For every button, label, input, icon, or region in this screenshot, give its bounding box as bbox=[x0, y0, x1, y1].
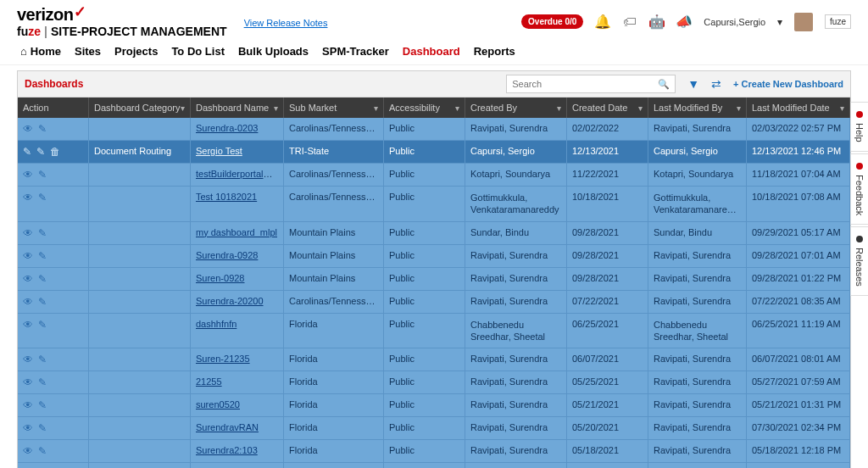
view-icon[interactable]: 👁 bbox=[23, 376, 33, 388]
edit-icon[interactable]: ✎ bbox=[38, 399, 47, 411]
view-icon[interactable]: 👁 bbox=[23, 169, 33, 181]
col-action[interactable]: Action bbox=[18, 98, 89, 118]
edit-icon[interactable]: ✎ bbox=[38, 192, 47, 203]
filter-icon[interactable]: ▾ bbox=[374, 103, 378, 113]
col-sub[interactable]: Sub Market▾ bbox=[284, 98, 384, 118]
table-row[interactable]: 👁✎testBuilderportalDashbo...Carolinas/Te… bbox=[18, 164, 850, 187]
col-acc[interactable]: Accessibility▾ bbox=[384, 98, 465, 118]
table-row[interactable]: 👁✎Surendra-20688Carolinas/Tennessee,C...… bbox=[18, 463, 850, 468]
table-row[interactable]: 👁✎Test 10182021Carolinas/Tennessee,C...P… bbox=[18, 187, 850, 222]
edit-icon[interactable]: ✎ bbox=[38, 354, 47, 365]
nav-bulk[interactable]: Bulk Uploads bbox=[238, 45, 309, 58]
view-icon[interactable]: 👁 bbox=[23, 354, 33, 365]
nav-home[interactable]: ⌂Home bbox=[20, 45, 61, 58]
table-row[interactable]: 👁✎21255FloridaPublicRavipati, Surendra05… bbox=[18, 371, 850, 394]
chevron-down-icon[interactable]: ▾ bbox=[777, 16, 782, 28]
delete-icon[interactable]: 🗑 bbox=[50, 146, 60, 158]
dashboard-link[interactable]: my dashboard_mlpl bbox=[196, 227, 277, 237]
table-row[interactable]: 👁✎Suren-21235FloridaPublicRavipati, Sure… bbox=[18, 348, 850, 371]
overdue-badge[interactable]: Overdue 0/0 bbox=[521, 14, 583, 29]
dashboard-link[interactable]: Surendra-0928 bbox=[196, 250, 258, 260]
avatar[interactable] bbox=[794, 13, 813, 31]
edit-icon[interactable]: ✎ bbox=[38, 227, 47, 239]
bell-icon[interactable]: 🔔 bbox=[595, 14, 610, 30]
nav-projects[interactable]: Projects bbox=[114, 45, 158, 58]
view-icon[interactable]: 👁 bbox=[23, 399, 33, 411]
table-row[interactable]: ✎✎🗑Document RoutingSergio TestTRI-StateP… bbox=[18, 141, 850, 164]
view-icon[interactable]: 👁 bbox=[23, 227, 33, 239]
table-row[interactable]: 👁✎my dashboard_mlplMountain PlainsPublic… bbox=[18, 222, 850, 245]
dashboard-link[interactable]: dashhfnfn bbox=[196, 319, 236, 329]
dashboard-link[interactable]: testBuilderportalDashbo... bbox=[196, 169, 284, 179]
nav-tracker[interactable]: SPM-Tracker bbox=[322, 45, 389, 58]
nav-todo[interactable]: To Do List bbox=[171, 45, 225, 58]
dashboard-link[interactable]: Surendra-20200 bbox=[196, 296, 264, 306]
edit-icon[interactable]: ✎ bbox=[38, 250, 47, 262]
col-cby[interactable]: Created By▾ bbox=[465, 98, 567, 118]
view-icon[interactable]: 👁 bbox=[23, 273, 33, 285]
view-icon[interactable]: 👁 bbox=[23, 192, 33, 203]
side-tab-feedback[interactable]: Feedback bbox=[850, 153, 868, 225]
col-mby[interactable]: Last Modified By▾ bbox=[648, 98, 747, 118]
dashboard-link[interactable]: Surendra-0203 bbox=[196, 123, 258, 133]
nav-sites[interactable]: Sites bbox=[75, 45, 101, 58]
filter-icon[interactable]: ▾ bbox=[557, 103, 561, 113]
table-row[interactable]: 👁✎dashhfnfnFloridaPublicChabbenedu Sreed… bbox=[18, 314, 850, 349]
nav-reports[interactable]: Reports bbox=[474, 45, 515, 58]
view-icon[interactable]: ✎ bbox=[23, 146, 31, 158]
search-icon[interactable]: 🔍 bbox=[658, 79, 670, 90]
side-tab-help[interactable]: Help bbox=[850, 102, 868, 152]
side-tab-releases[interactable]: Releases bbox=[850, 226, 868, 296]
dashboard-link[interactable]: suren0520 bbox=[196, 399, 240, 410]
table-row[interactable]: 👁✎Suren-0928Mountain PlainsPublicRavipat… bbox=[18, 268, 850, 291]
dashboard-link[interactable]: SurendravRAN bbox=[196, 422, 259, 432]
dashboard-link[interactable]: Surendra2:103 bbox=[196, 445, 258, 455]
edit-icon[interactable]: ✎ bbox=[38, 169, 47, 181]
create-dashboard-button[interactable]: + Create New Dashboard bbox=[733, 79, 843, 89]
table-row[interactable]: 👁✎suren0520FloridaPublicRavipati, Surend… bbox=[18, 394, 850, 417]
table-row[interactable]: 👁✎Surendra-0203Carolinas/Tennessee,C...P… bbox=[18, 118, 850, 141]
filter-icon[interactable]: ▾ bbox=[181, 103, 185, 113]
edit-icon[interactable]: ✎ bbox=[38, 445, 47, 457]
col-category[interactable]: Dashboard Category▾ bbox=[89, 98, 191, 118]
filter-icon[interactable]: ▼ bbox=[687, 77, 699, 91]
columns-icon[interactable]: ⇄ bbox=[711, 77, 721, 91]
edit-icon[interactable]: ✎ bbox=[38, 319, 47, 331]
filter-icon[interactable]: ▾ bbox=[737, 103, 741, 113]
edit-icon[interactable]: ✎ bbox=[38, 123, 47, 135]
table-row[interactable]: 👁✎Surendra2:103FloridaPublicRavipati, Su… bbox=[18, 440, 850, 463]
view-icon[interactable]: 👁 bbox=[23, 319, 33, 331]
robot-icon[interactable]: 🤖 bbox=[649, 14, 665, 30]
table-row[interactable]: 👁✎SurendravRANFloridaPublicRavipati, Sur… bbox=[18, 417, 850, 440]
tag-icon[interactable]: 🏷 bbox=[622, 14, 637, 30]
dashboard-link[interactable]: Suren-21235 bbox=[196, 354, 250, 364]
release-notes-link[interactable]: View Release Notes bbox=[244, 18, 328, 28]
dashboard-link[interactable]: Sergio Test bbox=[196, 146, 242, 156]
dashboard-link[interactable]: Test 10182021 bbox=[196, 192, 257, 202]
col-name[interactable]: Dashboard Name▾ bbox=[191, 98, 284, 118]
search-input[interactable] bbox=[512, 79, 658, 89]
edit-icon[interactable]: ✎ bbox=[36, 146, 45, 158]
edit-icon[interactable]: ✎ bbox=[38, 376, 47, 388]
megaphone-icon[interactable]: 📣 bbox=[676, 14, 692, 30]
edit-icon[interactable]: ✎ bbox=[38, 273, 47, 285]
edit-icon[interactable]: ✎ bbox=[38, 296, 47, 308]
view-icon[interactable]: 👁 bbox=[23, 250, 33, 262]
dashboard-link[interactable]: 21255 bbox=[196, 376, 222, 387]
table-row[interactable]: 👁✎Surendra-20200Carolinas/Tennessee,C...… bbox=[18, 291, 850, 314]
col-mdate[interactable]: Last Modified Date▾ bbox=[747, 98, 850, 118]
view-icon[interactable]: 👁 bbox=[23, 123, 33, 135]
filter-icon[interactable]: ▾ bbox=[455, 103, 459, 113]
col-cdate[interactable]: Created Date▾ bbox=[567, 98, 648, 118]
dashboard-link[interactable]: Suren-0928 bbox=[196, 273, 245, 283]
view-icon[interactable]: 👁 bbox=[23, 296, 33, 308]
user-name[interactable]: Capursi,Sergio bbox=[704, 17, 765, 27]
filter-icon[interactable]: ▾ bbox=[274, 103, 278, 113]
nav-dashboard[interactable]: Dashboard bbox=[403, 45, 460, 58]
table-row[interactable]: 👁✎Surendra-0928Mountain PlainsPublicRavi… bbox=[18, 245, 850, 268]
search-box[interactable]: 🔍 bbox=[506, 75, 676, 93]
view-icon[interactable]: 👁 bbox=[23, 445, 33, 457]
edit-icon[interactable]: ✎ bbox=[38, 422, 47, 434]
filter-icon[interactable]: ▾ bbox=[840, 103, 844, 113]
filter-icon[interactable]: ▾ bbox=[638, 103, 643, 113]
